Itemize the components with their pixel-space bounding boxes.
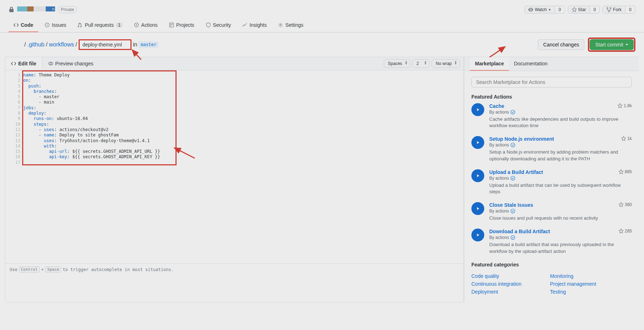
action-item[interactable]: Close Stale Issues 360By actions Close i… (471, 202, 632, 221)
cancel-button[interactable]: Cancel changes (538, 39, 584, 50)
featured-categories-heading: Featured categories (471, 262, 632, 268)
action-by: By actions (489, 235, 632, 240)
action-item[interactable]: Setup Node.js environment 1kBy actions S… (471, 136, 632, 162)
action-title: Upload a Build Artifact (489, 169, 543, 175)
tab-marketplace[interactable]: Marketplace (470, 57, 509, 71)
code-editor[interactable]: 1234567891011121314151617 name: Theme De… (5, 70, 464, 263)
indent-mode-select[interactable]: Spaces▲▼ (384, 59, 410, 68)
play-icon (471, 169, 484, 182)
crumb-github[interactable]: .github (27, 41, 44, 48)
project-icon (169, 22, 174, 28)
watch-label: Watch (535, 7, 547, 12)
svg-point-4 (280, 24, 281, 26)
play-icon (471, 103, 484, 116)
gear-icon (278, 22, 283, 28)
category-link[interactable]: Continuous integration (471, 281, 521, 287)
watch-button[interactable]: Watch▼ 0 (524, 6, 565, 14)
nav-projects[interactable]: Projects (164, 19, 199, 32)
editor-tabs: Edit file Preview changes Spaces▲▼ 2▲▼ N… (5, 57, 464, 70)
kbd-control: Control (19, 266, 40, 272)
action-desc: Cache artifacts like dependencies and bu… (489, 116, 632, 129)
fork-icon (606, 7, 611, 12)
wrap-select[interactable]: No wrap▲▼ (432, 59, 460, 68)
play-icon (471, 202, 484, 215)
action-desc: Upload a build artifact that can be used… (489, 182, 632, 195)
kbd-space: Space (45, 266, 61, 272)
pulls-count: 1 (116, 22, 123, 28)
watch-count: 0 (555, 6, 565, 13)
crumb-workflows[interactable]: workflows (49, 41, 74, 48)
category-link[interactable]: Code quality (471, 273, 521, 279)
featured-actions-list: Cache 1.8kBy actions Cache artifacts lik… (471, 103, 632, 255)
action-desc: Close issues and pull requests with no r… (489, 215, 632, 221)
start-commit-button[interactable]: Start commit (590, 39, 634, 50)
search-marketplace-input[interactable] (471, 77, 632, 88)
editor-footer: Use Control + Space to trigger autocompl… (5, 263, 464, 275)
nav-pulls[interactable]: Pull requests1 (73, 19, 128, 32)
code-icon (14, 22, 19, 28)
action-title: Cache (489, 103, 504, 109)
action-item[interactable]: Upload a Build Artifact 885By actions Up… (471, 169, 632, 195)
fork-button[interactable]: Fork 0 (603, 6, 635, 14)
pull-icon (78, 22, 83, 28)
in-text: in (133, 41, 137, 48)
repo-nav: Code Issues Pull requests1 Actions Proje… (0, 19, 644, 32)
breadcrumb-row: / .github / workflows / in master Cancel… (0, 32, 644, 57)
nav-actions[interactable]: Actions (129, 19, 163, 32)
play-icon (471, 229, 484, 241)
nav-issues[interactable]: Issues (40, 19, 71, 32)
action-desc: Download a build artifact that was previ… (489, 241, 632, 254)
nav-code[interactable]: Code (9, 19, 38, 32)
action-item[interactable]: Cache 1.8kBy actions Cache artifacts lik… (471, 103, 632, 129)
issue-icon (45, 22, 50, 28)
star-count: 0 (590, 6, 600, 13)
action-desc: Setup a Node.js environment by adding pr… (489, 149, 632, 162)
nav-insights[interactable]: Insights (237, 19, 272, 32)
lock-icon (9, 7, 14, 12)
action-stars: 1k (621, 136, 632, 141)
featured-actions-heading: Featured Actions (471, 94, 632, 100)
action-by: By actions (489, 176, 632, 181)
star-label: Star (578, 7, 586, 12)
shield-icon (206, 22, 211, 28)
filename-input[interactable] (79, 39, 132, 50)
eye-icon (48, 61, 53, 66)
repo-name-redacted: n (17, 6, 55, 13)
action-by: By actions (489, 209, 632, 214)
eye-icon (528, 7, 533, 12)
action-title: Setup Node.js environment (489, 136, 554, 142)
svg-point-1 (47, 25, 48, 26)
code-content[interactable]: name: Theme Deploy on: push: branches: -… (23, 70, 464, 263)
nav-settings[interactable]: Settings (273, 19, 308, 32)
code-icon (11, 61, 16, 66)
private-badge: Private (58, 6, 77, 13)
category-link[interactable]: Testing (550, 289, 596, 295)
category-link[interactable]: Project management (550, 281, 596, 287)
action-stars: 885 (619, 169, 632, 174)
line-gutter: 1234567891011121314151617 (5, 70, 23, 263)
fork-label: Fork (613, 7, 621, 12)
play-icon (471, 136, 484, 149)
sidebar-tabs: Marketplace Documentation (464, 57, 639, 71)
tab-edit-file[interactable]: Edit file (5, 57, 43, 70)
fork-count: 0 (625, 6, 635, 13)
action-stars: 360 (619, 202, 632, 207)
indent-size-select[interactable]: 2▲▼ (412, 59, 430, 68)
tab-documentation[interactable]: Documentation (509, 57, 553, 71)
star-button[interactable]: Star 0 (568, 6, 600, 14)
action-stars: 285 (619, 229, 632, 234)
action-title: Download a Build Artifact (489, 229, 550, 234)
repo-header: n Private Watch▼ 0 Star 0 Fork 0 (0, 0, 644, 14)
category-link[interactable]: Deployment (471, 289, 521, 295)
branch-label: master (139, 41, 158, 48)
nav-security[interactable]: Security (201, 19, 236, 32)
category-link[interactable]: Monitoring (550, 273, 596, 279)
caret-down-icon (625, 44, 628, 45)
star-icon (572, 7, 577, 12)
category-columns: Code qualityContinuous integrationDeploy… (471, 271, 632, 297)
graph-icon (242, 22, 247, 28)
action-stars: 1.8k (618, 103, 632, 108)
breadcrumb: / .github / workflows / in master (24, 39, 158, 50)
tab-preview[interactable]: Preview changes (43, 57, 99, 70)
action-item[interactable]: Download a Build Artifact 285By actions … (471, 229, 632, 254)
